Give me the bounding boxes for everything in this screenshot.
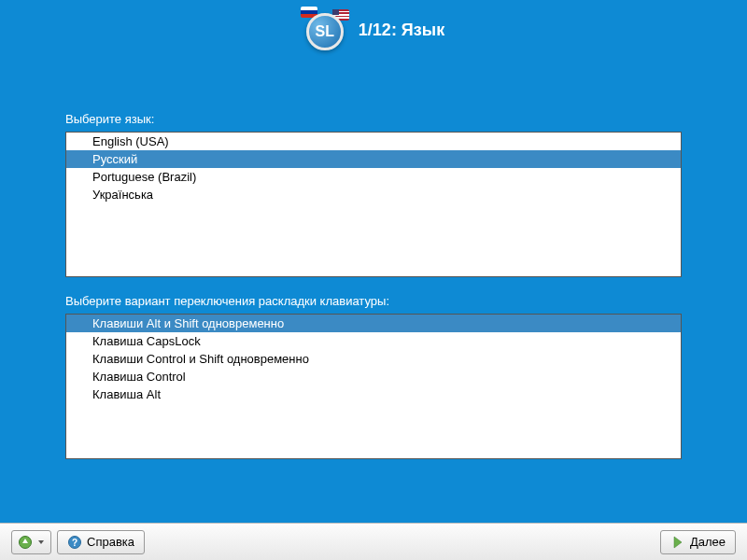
chevron-down-icon — [37, 539, 45, 546]
content-area: Выберите язык: English (USA)РусскийPortu… — [0, 52, 747, 459]
language-item-1[interactable]: Русский — [66, 150, 681, 168]
keyboard-item-0[interactable]: Клавиши Alt и Shift одновременно — [66, 315, 681, 332]
keyboard-item-1[interactable]: Клавиша CapsLock — [66, 332, 681, 350]
keyboard-item-2[interactable]: Клавиши Control и Shift одновременно — [66, 350, 681, 368]
language-item-3[interactable]: Українська — [66, 186, 681, 203]
help-button-label: Справка — [87, 535, 134, 549]
installer-header: SL 1/12: Язык — [0, 0, 747, 52]
next-button[interactable]: Далее — [660, 530, 736, 554]
keyboard-listbox[interactable]: Клавиши Alt и Shift одновременноКлавиша … — [65, 314, 682, 459]
language-label: Выберите язык: — [65, 112, 682, 126]
logo-wrap: SL — [303, 7, 347, 52]
help-icon: ? — [67, 535, 82, 550]
next-button-label: Далее — [690, 535, 726, 549]
logo-icon: SL — [306, 13, 344, 50]
logo-text: SL — [316, 23, 334, 40]
keyboard-label: Выберите вариант переключения раскладки … — [65, 294, 682, 308]
footer-bar: ? Справка Далее — [0, 523, 747, 560]
language-item-0[interactable]: English (USA) — [66, 133, 681, 150]
keyboard-item-4[interactable]: Клавиша Alt — [66, 385, 681, 403]
help-button[interactable]: ? Справка — [57, 530, 145, 554]
options-icon — [18, 535, 33, 550]
keyboard-item-3[interactable]: Клавиша Control — [66, 368, 681, 385]
options-button[interactable] — [11, 530, 51, 554]
next-icon — [670, 535, 685, 550]
svg-text:?: ? — [72, 538, 78, 548]
language-listbox[interactable]: English (USA)РусскийPortuguese (Brazil)У… — [65, 132, 682, 277]
step-title: 1/12: Язык — [359, 21, 444, 40]
language-item-2[interactable]: Portuguese (Brazil) — [66, 168, 681, 186]
